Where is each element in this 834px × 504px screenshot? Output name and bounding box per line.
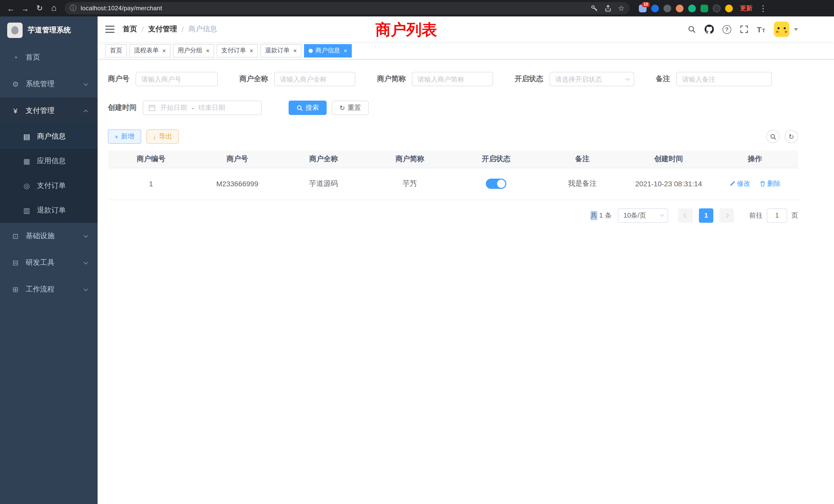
browser-menu-icon[interactable]: ⋮: [756, 2, 770, 15]
sidebar-item-app-info[interactable]: ▦ 应用信息: [0, 149, 97, 174]
col-status: 开启状态: [453, 151, 539, 168]
close-icon[interactable]: ×: [344, 47, 347, 54]
delete-button[interactable]: 删除: [760, 179, 781, 188]
sidebar-item-merchant-info[interactable]: ▤ 商户信息: [0, 124, 97, 149]
payment-submenu: ▤ 商户信息 ▦ 应用信息 ◎ 支付订单 ▥ 退款订单: [0, 124, 97, 223]
main-area: 首页 / 支付管理 / 商户信息 商户列表 ?: [97, 17, 834, 504]
app-title: 芋道管理系统: [28, 26, 71, 35]
status-toggle[interactable]: [486, 179, 506, 189]
sidebar-item-label: 支付订单: [37, 181, 88, 190]
search-button[interactable]: 搜索: [289, 100, 327, 115]
chevron-down-icon: [84, 233, 88, 238]
chevron-down-icon: [84, 81, 88, 86]
filter-label: 商户简称: [377, 74, 406, 84]
tab-process-form[interactable]: 流程表单 ×: [129, 44, 171, 57]
breadcrumb-current: 商户信息: [189, 25, 217, 34]
close-icon[interactable]: ×: [162, 47, 166, 54]
tab-label: 首页: [110, 46, 122, 55]
short-name-input[interactable]: [412, 72, 493, 86]
status-select[interactable]: [549, 72, 634, 86]
address-bar[interactable]: ⓘ localhost:1024/pay/merchant ☆: [65, 2, 630, 14]
goto-label: 前往: [749, 211, 763, 220]
tab-merchant-info[interactable]: 商户信息 ×: [304, 44, 352, 57]
page-number-1[interactable]: 1: [699, 208, 713, 223]
merchant-no-input[interactable]: [136, 72, 218, 86]
sidebar-item-system[interactable]: ⚙ 系统管理: [0, 71, 97, 97]
cell-short-name: 芋艿: [367, 168, 453, 200]
total-count: 1: [599, 211, 603, 219]
filter-label: 备注: [656, 74, 670, 84]
document-icon: ▥: [23, 206, 31, 214]
share-icon[interactable]: [605, 5, 612, 12]
full-name-input[interactable]: [274, 72, 355, 86]
breadcrumb-payment[interactable]: 支付管理: [148, 25, 177, 34]
password-key-icon[interactable]: [591, 4, 598, 12]
reset-button[interactable]: ↻ 重置: [332, 100, 369, 115]
next-page-button[interactable]: [720, 208, 734, 223]
date-range-picker[interactable]: 开始日期 - 结束日期: [143, 100, 262, 115]
sidebar-item-pay-order[interactable]: ◎ 支付订单: [0, 174, 97, 198]
screen: ← → ↻ ⌂ ⓘ localhost:1024/pay/merchant ☆ …: [0, 0, 834, 504]
add-button[interactable]: + 新增: [108, 129, 141, 144]
sidebar-item-refund-order[interactable]: ▥ 退款订单: [0, 198, 97, 223]
refresh-icon: ↻: [339, 105, 345, 111]
bookmark-star-icon[interactable]: ☆: [618, 4, 624, 12]
tab-refund-order[interactable]: 退款订单 ×: [260, 44, 302, 57]
font-size-icon[interactable]: TT: [757, 25, 765, 33]
extension-icon[interactable]: [651, 4, 659, 12]
pencil-icon: [729, 181, 736, 187]
search-icon[interactable]: [687, 25, 696, 33]
fullscreen-icon[interactable]: [740, 25, 748, 33]
tab-user-group[interactable]: 用户分组 ×: [173, 44, 214, 57]
extension-icon[interactable]: [713, 4, 721, 12]
extension-icon[interactable]: [676, 4, 683, 12]
hide-search-button[interactable]: [766, 130, 780, 143]
tab-pay-order[interactable]: 支付订单 ×: [217, 44, 258, 57]
end-date-placeholder: 结束日期: [198, 103, 225, 112]
browser-reload-icon[interactable]: ↻: [33, 2, 46, 15]
browser-home-icon[interactable]: ⌂: [47, 2, 61, 15]
col-create-time: 创建时间: [626, 151, 712, 168]
goto-page-input[interactable]: [767, 208, 787, 223]
sidebar-toggle-icon[interactable]: [105, 26, 114, 33]
tab-home[interactable]: 首页: [105, 44, 127, 57]
github-icon[interactable]: [704, 25, 714, 34]
close-icon[interactable]: ×: [293, 47, 297, 54]
filter-label: 商户全称: [239, 74, 268, 84]
sidebar-item-home[interactable]: ◔ 首页: [0, 44, 97, 71]
sidebar-item-devtools[interactable]: ⊟ 研发工具: [0, 249, 97, 276]
plus-icon: +: [114, 133, 118, 140]
close-icon[interactable]: ×: [206, 47, 210, 54]
help-icon[interactable]: ?: [722, 25, 731, 33]
refresh-button[interactable]: ↻: [785, 130, 798, 143]
extension-icon[interactable]: [725, 4, 733, 12]
page-size-select[interactable]: 10条/页: [618, 208, 668, 223]
browser-forward-icon[interactable]: →: [19, 2, 32, 15]
app-logo[interactable]: 芋道管理系统: [0, 17, 97, 44]
user-avatar[interactable]: [774, 22, 789, 37]
breadcrumb-home[interactable]: 首页: [123, 25, 137, 34]
browser-back-icon[interactable]: ←: [4, 2, 18, 15]
col-full-name: 商户全称: [280, 151, 367, 168]
avatar-caret-icon[interactable]: [794, 28, 798, 30]
sidebar-item-payment[interactable]: ¥ 支付管理: [0, 97, 97, 124]
sidebar-item-infrastructure[interactable]: ⊡ 基础设施: [0, 223, 97, 249]
extension-icon[interactable]: [663, 4, 671, 12]
site-info-icon[interactable]: ⓘ: [70, 4, 76, 13]
prev-page-button[interactable]: [678, 208, 693, 223]
extension-icon[interactable]: [688, 4, 696, 12]
cell-create-time: 2021-10-23 08:31:14: [626, 168, 712, 200]
export-button[interactable]: ↓ 导出: [146, 129, 179, 144]
close-icon[interactable]: ×: [249, 47, 253, 54]
extension-icon[interactable]: 10: [639, 4, 646, 12]
edit-button[interactable]: 修改: [729, 179, 750, 188]
question-glyph: ?: [722, 25, 731, 33]
navbar-actions: ? TT: [687, 22, 798, 37]
browser-update-button[interactable]: 更新: [740, 4, 752, 13]
tab-label: 退款订单: [265, 46, 290, 55]
search-icon: [770, 133, 776, 140]
extension-icon[interactable]: [701, 4, 708, 12]
remark-input[interactable]: [676, 72, 772, 86]
sidebar-item-workflow[interactable]: ⊞ 工作流程: [0, 276, 97, 303]
page-unit-label: 页: [791, 211, 798, 220]
